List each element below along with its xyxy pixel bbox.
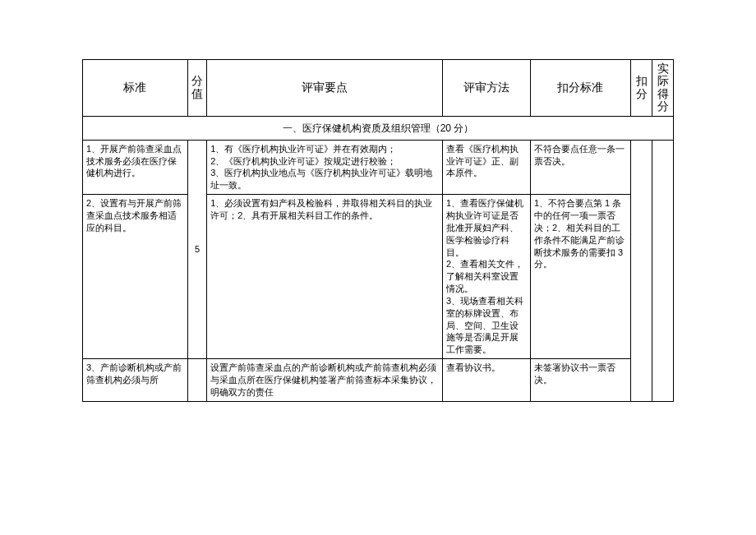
col-score-value: 分 值: [187, 60, 207, 117]
cell-actual-score-blank: [652, 140, 674, 401]
table-row: 2、设置有与开展产前筛查采血点技术服务相适应的科目。 1、必须设置有妇产科及检验…: [83, 195, 674, 359]
col-standard: 标准: [83, 60, 188, 117]
cell-deduction-standard: 1、不符合要点第 1 条中的任何一项一票否决；2、相关科目的工作条件不能满足产前…: [530, 195, 630, 359]
col-deduction: 扣 分: [631, 60, 652, 117]
cell-review-points: 设置产前筛查采血点的产前诊断机构或产前筛查机构必须与采血点所在医疗保健机构签署产…: [207, 359, 443, 402]
col-actual-score: 实 际 得 分: [652, 60, 674, 117]
cell-review-points: 1、必须设置有妇产科及检验科，并取得相关科目的执业许可；2、具有开展相关科目工作…: [207, 195, 443, 359]
cell-review-method: 1、查看医疗保健机构执业许可证是否批准开展妇产科、医学检验诊疗科目。 2、查看相…: [442, 195, 530, 359]
col-review-points: 评审要点: [207, 60, 443, 117]
cell-standard: 1、开展产前筛查采血点技术服务必须在医疗保健机构进行。: [83, 140, 188, 194]
section-title-1: 一、医疗保健机构资质及组织管理（20 分）: [83, 116, 674, 140]
cell-deduction-blank: [631, 140, 652, 401]
section-row-1: 一、医疗保健机构资质及组织管理（20 分）: [83, 116, 674, 140]
evaluation-table: 标准 分 值 评审要点 评审方法 扣分标准 扣 分 实 际 得 分 一、医疗: [82, 59, 674, 402]
header-row: 标准 分 值 评审要点 评审方法 扣分标准 扣 分 实 际 得 分: [83, 60, 674, 117]
col-review-method: 评审方法: [442, 60, 530, 117]
cell-score-value: 5: [187, 140, 207, 358]
table-row: 3、产前诊断机构或产前筛查机构必须与所 设置产前筛查采血点的产前诊断机构或产前筛…: [83, 359, 674, 402]
table-row: 1、开展产前筛查采血点技术服务必须在医疗保健机构进行。 5 1、有《医疗机构执业…: [83, 140, 674, 194]
cell-score-value-blank: [187, 359, 207, 402]
cell-deduction-standard: 不符合要点任意一条一票否决。: [530, 140, 630, 194]
cell-review-points: 1、有《医疗机构执业许可证》并在有效期内； 2、《医疗机构执业许可证》按规定进行…: [207, 140, 443, 194]
cell-deduction-standard: 未签署协议书一票否决。: [530, 359, 630, 402]
col-deduction-standard: 扣分标准: [530, 60, 630, 117]
cell-review-method: 查看协议书。: [442, 359, 530, 402]
cell-review-method: 查看《医疗机构执业许可证》正、副本原件。: [442, 140, 530, 194]
cell-standard: 2、设置有与开展产前筛查采血点技术服务相适应的科目。: [83, 195, 188, 359]
cell-standard: 3、产前诊断机构或产前筛查机构必须与所: [83, 359, 188, 402]
